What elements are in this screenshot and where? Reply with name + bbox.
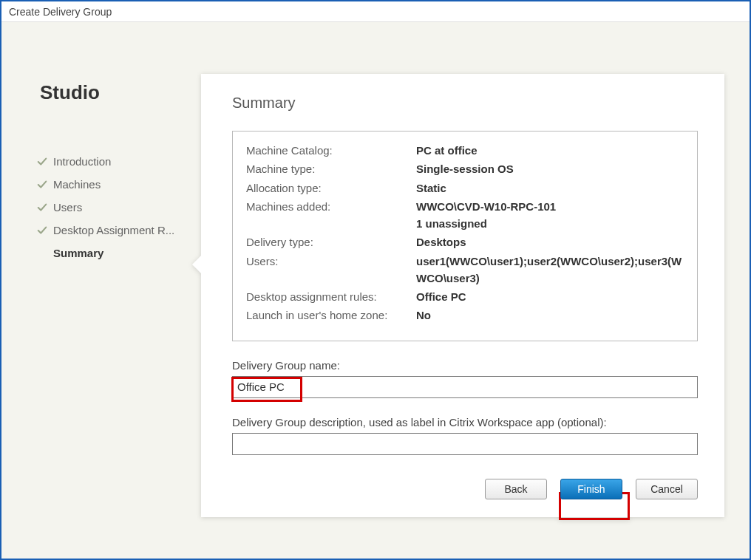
wizard-step-introduction[interactable]: Introduction bbox=[37, 155, 179, 168]
name-field-label: Delivery Group name: bbox=[232, 359, 698, 372]
main-panel: Summary Machine Catalog:PC at officeMach… bbox=[201, 74, 724, 517]
summary-row-value: WWCO\CVD-W10-RPC-1011 unassigned bbox=[416, 198, 556, 233]
summary-row: Machine type:Single-session OS bbox=[246, 160, 684, 177]
wizard-step-label: Desktop Assignment R... bbox=[53, 224, 174, 236]
summary-box: Machine Catalog:PC at officeMachine type… bbox=[232, 131, 698, 341]
check-icon bbox=[37, 225, 47, 236]
wizard-step-label: Machines bbox=[53, 178, 101, 191]
main-wrap: Summary Machine Catalog:PC at officeMach… bbox=[194, 22, 750, 559]
dialog-window: Create Delivery Group Studio Introductio… bbox=[0, 0, 751, 560]
client-area: Studio IntroductionMachinesUsersDesktop … bbox=[1, 22, 750, 559]
summary-row-value-line: 1 unassigned bbox=[416, 215, 556, 232]
summary-row-label: Machine Catalog: bbox=[246, 142, 416, 159]
summary-row-value: Desktops bbox=[416, 233, 466, 250]
check-icon bbox=[37, 157, 47, 167]
page-heading: Summary bbox=[232, 95, 698, 112]
summary-row-value: Single-session OS bbox=[416, 160, 514, 177]
wizard-step-label: Summary bbox=[53, 247, 103, 259]
titlebar: Create Delivery Group bbox=[1, 1, 750, 22]
desc-field-label: Delivery Group description, used as labe… bbox=[232, 416, 698, 428]
wizard-step-machines[interactable]: Machines bbox=[37, 178, 179, 191]
check-icon bbox=[37, 202, 47, 213]
wizard-step-desktop-assignment-r[interactable]: Desktop Assignment R... bbox=[37, 224, 179, 236]
wizard-step-label: Users bbox=[53, 201, 82, 214]
finish-button[interactable]: Finish bbox=[560, 479, 622, 499]
summary-row-value: user1(WWCO\user1);user2(WWCO\user2);user… bbox=[416, 253, 684, 287]
back-button[interactable]: Back bbox=[485, 479, 547, 499]
summary-row: Users:user1(WWCO\user1);user2(WWCO\user2… bbox=[246, 253, 684, 287]
summary-row-value: Office PC bbox=[416, 288, 466, 305]
wizard-step-users[interactable]: Users bbox=[37, 201, 179, 214]
summary-row: Desktop assignment rules:Office PC bbox=[246, 288, 684, 305]
cancel-button[interactable]: Cancel bbox=[636, 479, 698, 499]
summary-row-value: Static bbox=[416, 180, 446, 197]
summary-row: Allocation type:Static bbox=[246, 180, 684, 197]
summary-row-label: Delivery type: bbox=[246, 233, 416, 250]
button-bar: Back Finish Cancel bbox=[485, 479, 698, 499]
summary-row: Machine Catalog:PC at office bbox=[246, 142, 684, 159]
summary-row: Machines added:WWCO\CVD-W10-RPC-1011 una… bbox=[246, 198, 684, 233]
summary-row-label: Allocation type: bbox=[246, 180, 416, 197]
delivery-group-description-input[interactable] bbox=[232, 433, 698, 455]
window-title: Create Delivery Group bbox=[9, 6, 112, 18]
summary-row: Launch in user's home zone:No bbox=[246, 307, 684, 324]
summary-row-label: Launch in user's home zone: bbox=[246, 307, 416, 324]
delivery-group-name-input[interactable] bbox=[232, 376, 698, 398]
check-icon bbox=[37, 180, 47, 190]
summary-row-label: Machine type: bbox=[246, 160, 416, 177]
summary-row-value: PC at office bbox=[416, 142, 478, 159]
wizard-step-label: Introduction bbox=[53, 155, 111, 168]
summary-row-label: Machines added: bbox=[246, 198, 416, 233]
wizard-sidebar: Studio IntroductionMachinesUsersDesktop … bbox=[1, 22, 194, 559]
app-title: Studio bbox=[40, 81, 100, 104]
wizard-nav: IntroductionMachinesUsersDesktop Assignm… bbox=[37, 155, 179, 259]
summary-row-label: Desktop assignment rules: bbox=[246, 288, 416, 305]
summary-row-value-line: WWCO\CVD-W10-RPC-101 bbox=[416, 198, 556, 215]
summary-row: Delivery type:Desktops bbox=[246, 233, 684, 250]
wizard-step-summary[interactable]: Summary bbox=[37, 247, 179, 259]
summary-row-value: No bbox=[416, 307, 431, 324]
summary-row-label: Users: bbox=[246, 253, 416, 287]
